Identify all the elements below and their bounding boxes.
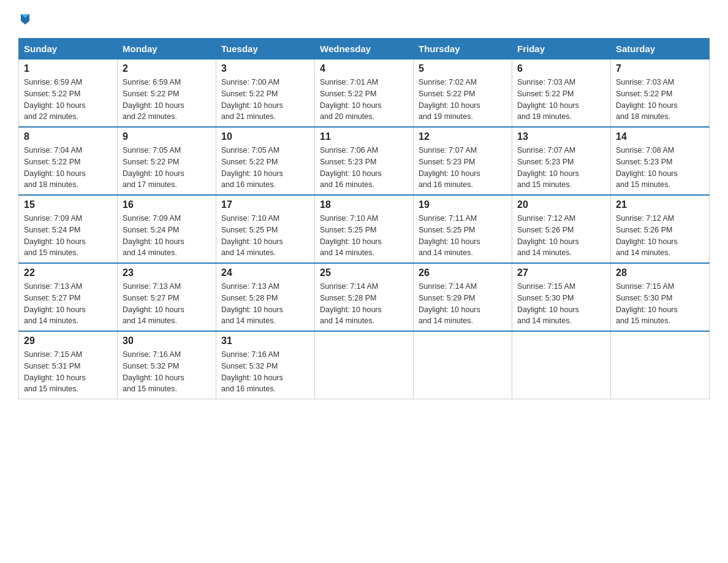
day-number: 28 (616, 267, 704, 278)
day-number: 4 (320, 63, 408, 74)
day-info: Sunrise: 7:10 AM Sunset: 5:25 PM Dayligh… (320, 213, 408, 259)
weekday-header-friday: Friday (512, 39, 611, 59)
calendar-cell: 8 Sunrise: 7:04 AM Sunset: 5:22 PM Dayli… (19, 127, 118, 195)
day-info: Sunrise: 7:12 AM Sunset: 5:26 PM Dayligh… (616, 213, 704, 259)
day-number: 16 (123, 199, 211, 210)
day-info: Sunrise: 7:15 AM Sunset: 5:30 PM Dayligh… (517, 281, 605, 327)
day-info: Sunrise: 7:14 AM Sunset: 5:28 PM Dayligh… (320, 281, 408, 327)
weekday-header-thursday: Thursday (414, 39, 512, 59)
calendar-cell: 28 Sunrise: 7:15 AM Sunset: 5:30 PM Dayl… (611, 263, 710, 331)
calendar-cell: 30 Sunrise: 7:16 AM Sunset: 5:32 PM Dayl… (118, 331, 216, 399)
day-info: Sunrise: 7:15 AM Sunset: 5:30 PM Dayligh… (616, 281, 704, 327)
day-number: 5 (419, 63, 507, 74)
day-info: Sunrise: 7:05 AM Sunset: 5:22 PM Dayligh… (221, 145, 309, 191)
week-row-3: 15 Sunrise: 7:09 AM Sunset: 5:24 PM Dayl… (19, 195, 710, 263)
day-info: Sunrise: 6:59 AM Sunset: 5:22 PM Dayligh… (24, 77, 112, 123)
calendar-cell: 22 Sunrise: 7:13 AM Sunset: 5:27 PM Dayl… (19, 263, 118, 331)
day-number: 29 (24, 335, 112, 347)
calendar-cell: 6 Sunrise: 7:03 AM Sunset: 5:22 PM Dayli… (512, 59, 611, 128)
day-info: Sunrise: 7:00 AM Sunset: 5:22 PM Dayligh… (221, 77, 309, 123)
logo (18, 12, 32, 26)
logo-arrow-icon (18, 12, 32, 26)
day-number: 3 (221, 63, 309, 74)
day-number: 21 (616, 199, 704, 210)
day-info: Sunrise: 7:16 AM Sunset: 5:32 PM Dayligh… (123, 349, 211, 395)
day-number: 23 (123, 267, 211, 278)
day-info: Sunrise: 7:14 AM Sunset: 5:29 PM Dayligh… (419, 281, 507, 327)
calendar-cell: 5 Sunrise: 7:02 AM Sunset: 5:22 PM Dayli… (414, 59, 512, 128)
day-number: 24 (221, 267, 309, 278)
day-info: Sunrise: 7:06 AM Sunset: 5:23 PM Dayligh… (320, 145, 408, 191)
calendar-table: SundayMondayTuesdayWednesdayThursdayFrid… (18, 38, 710, 399)
day-number: 11 (320, 131, 408, 142)
day-number: 30 (123, 335, 211, 347)
calendar-cell: 13 Sunrise: 7:07 AM Sunset: 5:23 PM Dayl… (512, 127, 611, 195)
weekday-header-wednesday: Wednesday (315, 39, 414, 59)
calendar-cell (512, 331, 611, 399)
calendar-cell: 23 Sunrise: 7:13 AM Sunset: 5:27 PM Dayl… (118, 263, 216, 331)
day-number: 12 (419, 131, 507, 142)
day-number: 13 (517, 131, 605, 142)
calendar-cell: 29 Sunrise: 7:15 AM Sunset: 5:31 PM Dayl… (19, 331, 118, 399)
day-number: 19 (419, 199, 507, 210)
day-info: Sunrise: 7:16 AM Sunset: 5:32 PM Dayligh… (221, 349, 309, 395)
day-number: 10 (221, 131, 309, 142)
day-info: Sunrise: 7:11 AM Sunset: 5:25 PM Dayligh… (419, 213, 507, 259)
day-number: 25 (320, 267, 408, 278)
day-info: Sunrise: 7:01 AM Sunset: 5:22 PM Dayligh… (320, 77, 408, 123)
calendar-cell: 31 Sunrise: 7:16 AM Sunset: 5:32 PM Dayl… (216, 331, 315, 399)
day-number: 20 (517, 199, 605, 210)
calendar-cell: 18 Sunrise: 7:10 AM Sunset: 5:25 PM Dayl… (315, 195, 414, 263)
day-number: 27 (517, 267, 605, 278)
calendar-cell: 21 Sunrise: 7:12 AM Sunset: 5:26 PM Dayl… (611, 195, 710, 263)
day-info: Sunrise: 7:10 AM Sunset: 5:25 PM Dayligh… (221, 213, 309, 259)
day-number: 15 (24, 199, 112, 210)
day-info: Sunrise: 7:13 AM Sunset: 5:28 PM Dayligh… (221, 281, 309, 327)
calendar-cell: 10 Sunrise: 7:05 AM Sunset: 5:22 PM Dayl… (216, 127, 315, 195)
calendar-cell (315, 331, 414, 399)
week-row-4: 22 Sunrise: 7:13 AM Sunset: 5:27 PM Dayl… (19, 263, 710, 331)
day-number: 8 (24, 131, 112, 142)
calendar-cell (414, 331, 512, 399)
calendar-cell: 9 Sunrise: 7:05 AM Sunset: 5:22 PM Dayli… (118, 127, 216, 195)
day-info: Sunrise: 6:59 AM Sunset: 5:22 PM Dayligh… (123, 77, 211, 123)
week-row-2: 8 Sunrise: 7:04 AM Sunset: 5:22 PM Dayli… (19, 127, 710, 195)
day-number: 2 (123, 63, 211, 74)
day-info: Sunrise: 7:03 AM Sunset: 5:22 PM Dayligh… (616, 77, 704, 123)
day-number: 9 (123, 131, 211, 142)
day-info: Sunrise: 7:08 AM Sunset: 5:23 PM Dayligh… (616, 145, 704, 191)
day-info: Sunrise: 7:07 AM Sunset: 5:23 PM Dayligh… (517, 145, 605, 191)
day-number: 14 (616, 131, 704, 142)
calendar-cell (611, 331, 710, 399)
calendar-cell: 4 Sunrise: 7:01 AM Sunset: 5:22 PM Dayli… (315, 59, 414, 128)
calendar-cell: 27 Sunrise: 7:15 AM Sunset: 5:30 PM Dayl… (512, 263, 611, 331)
calendar-cell: 1 Sunrise: 6:59 AM Sunset: 5:22 PM Dayli… (19, 59, 118, 128)
calendar-cell: 16 Sunrise: 7:09 AM Sunset: 5:24 PM Dayl… (118, 195, 216, 263)
weekday-header-sunday: Sunday (19, 39, 118, 59)
calendar-cell: 24 Sunrise: 7:13 AM Sunset: 5:28 PM Dayl… (216, 263, 315, 331)
day-info: Sunrise: 7:07 AM Sunset: 5:23 PM Dayligh… (419, 145, 507, 191)
calendar-cell: 11 Sunrise: 7:06 AM Sunset: 5:23 PM Dayl… (315, 127, 414, 195)
calendar-cell: 15 Sunrise: 7:09 AM Sunset: 5:24 PM Dayl… (19, 195, 118, 263)
day-info: Sunrise: 7:13 AM Sunset: 5:27 PM Dayligh… (123, 281, 211, 327)
calendar-cell: 12 Sunrise: 7:07 AM Sunset: 5:23 PM Dayl… (414, 127, 512, 195)
weekday-header-saturday: Saturday (611, 39, 710, 59)
day-info: Sunrise: 7:12 AM Sunset: 5:26 PM Dayligh… (517, 213, 605, 259)
weekday-header-row: SundayMondayTuesdayWednesdayThursdayFrid… (19, 39, 710, 59)
calendar-cell: 26 Sunrise: 7:14 AM Sunset: 5:29 PM Dayl… (414, 263, 512, 331)
day-info: Sunrise: 7:15 AM Sunset: 5:31 PM Dayligh… (24, 349, 112, 395)
week-row-5: 29 Sunrise: 7:15 AM Sunset: 5:31 PM Dayl… (19, 331, 710, 399)
calendar-cell: 2 Sunrise: 6:59 AM Sunset: 5:22 PM Dayli… (118, 59, 216, 128)
weekday-header-tuesday: Tuesday (216, 39, 315, 59)
calendar-cell: 20 Sunrise: 7:12 AM Sunset: 5:26 PM Dayl… (512, 195, 611, 263)
day-info: Sunrise: 7:13 AM Sunset: 5:27 PM Dayligh… (24, 281, 112, 327)
day-number: 7 (616, 63, 704, 74)
day-number: 17 (221, 199, 309, 210)
day-number: 1 (24, 63, 112, 74)
page-header (18, 12, 710, 26)
week-row-1: 1 Sunrise: 6:59 AM Sunset: 5:22 PM Dayli… (19, 59, 710, 128)
day-info: Sunrise: 7:09 AM Sunset: 5:24 PM Dayligh… (24, 213, 112, 259)
day-number: 6 (517, 63, 605, 74)
weekday-header-monday: Monday (118, 39, 216, 59)
day-info: Sunrise: 7:09 AM Sunset: 5:24 PM Dayligh… (123, 213, 211, 259)
